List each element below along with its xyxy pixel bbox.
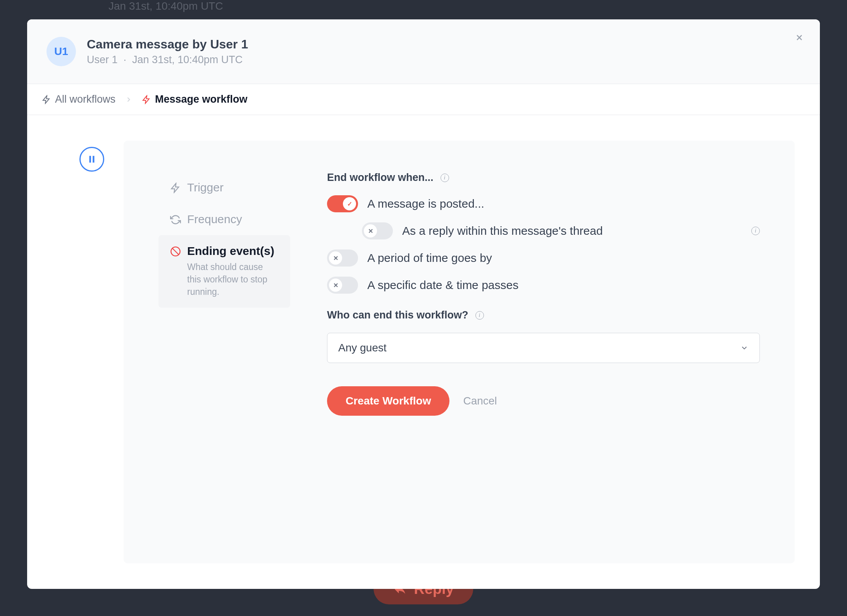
background-content: Jan 31st, 10:40pm UTC — [0, 0, 847, 12]
nav-trigger[interactable]: Trigger — [158, 172, 290, 203]
lightning-icon — [42, 95, 51, 104]
svg-rect-0 — [90, 156, 91, 162]
toggle-knob-x: ✕ — [329, 279, 342, 292]
lightning-icon — [170, 182, 181, 193]
modal-body: Trigger Frequency Ending event(s) What s… — [27, 115, 820, 589]
modal-header: U1 Camera message by User 1 User 1 · Jan… — [27, 19, 820, 84]
refresh-icon — [170, 214, 181, 225]
toggle-knob-x: ✕ — [364, 224, 377, 237]
pause-indicator[interactable] — [79, 147, 104, 172]
option-message-posted-label: A message is posted... — [367, 197, 760, 210]
close-button[interactable] — [791, 29, 807, 46]
option-period-time: ✕ A period of time goes by — [327, 249, 760, 267]
cancel-button[interactable]: Cancel — [463, 395, 497, 407]
option-reply-thread: ✕ As a reply within this message's threa… — [362, 222, 760, 239]
header-meta: User 1 · Jan 31st, 10:40pm UTC — [87, 54, 248, 66]
who-can-end-section: Who can end this workflow? i Any guest — [327, 309, 760, 363]
toggle-message-posted[interactable]: ✓ — [327, 195, 358, 212]
breadcrumb-all-label: All workflows — [55, 93, 115, 105]
breadcrumb-current: Message workflow — [142, 93, 248, 105]
breadcrumb-all-workflows[interactable]: All workflows — [42, 93, 115, 105]
nav-trigger-label: Trigger — [187, 181, 224, 194]
toggle-knob-checkmark: ✓ — [343, 197, 356, 210]
lightning-icon — [142, 95, 151, 104]
main-area: End workflow when... i ✓ A message is po… — [306, 172, 760, 532]
who-can-end-label: Who can end this workflow? — [327, 309, 468, 321]
header-user: User 1 — [87, 54, 118, 65]
who-can-end-selected: Any guest — [338, 342, 387, 354]
breadcrumb: All workflows Message workflow — [27, 84, 820, 115]
nav-ending-desc: What should cause this workflow to stop … — [187, 261, 279, 298]
nav-frequency-label: Frequency — [187, 213, 242, 226]
toggle-specific-date[interactable]: ✕ — [327, 277, 358, 294]
bg-timestamp: Jan 31st, 10:40pm UTC — [108, 0, 777, 12]
who-can-end-heading: Who can end this workflow? i — [327, 309, 760, 321]
option-message-posted: ✓ A message is posted... — [327, 195, 760, 212]
header-text: Camera message by User 1 User 1 · Jan 31… — [87, 37, 248, 66]
prohibit-icon — [170, 246, 181, 257]
avatar: U1 — [46, 37, 76, 66]
option-specific-date: ✕ A specific date & time passes — [327, 277, 760, 294]
sidebar-nav: Trigger Frequency Ending event(s) What s… — [158, 172, 290, 532]
content-card: Trigger Frequency Ending event(s) What s… — [124, 141, 795, 563]
option-specific-date-label: A specific date & time passes — [367, 279, 760, 292]
header-timestamp: Jan 31st, 10:40pm UTC — [132, 54, 243, 65]
svg-rect-1 — [93, 156, 94, 162]
side-indicator — [79, 141, 104, 563]
create-workflow-button[interactable]: Create Workflow — [327, 386, 449, 416]
close-icon — [795, 33, 804, 42]
svg-line-3 — [172, 248, 179, 255]
nav-frequency[interactable]: Frequency — [158, 203, 290, 235]
actions: Create Workflow Cancel — [327, 386, 760, 416]
option-period-time-label: A period of time goes by — [367, 251, 760, 265]
chevron-down-icon — [740, 344, 749, 352]
info-icon[interactable]: i — [441, 174, 449, 182]
modal-title: Camera message by User 1 — [87, 37, 248, 52]
header-separator: · — [124, 54, 127, 65]
chevron-right-icon — [125, 96, 133, 103]
who-can-end-select[interactable]: Any guest — [327, 333, 760, 363]
nav-ending-label: Ending event(s) — [187, 244, 279, 258]
toggle-reply-thread[interactable]: ✕ — [362, 222, 393, 239]
info-icon[interactable]: i — [475, 311, 484, 320]
end-when-label: End workflow when... — [327, 172, 434, 184]
toggle-period-time[interactable]: ✕ — [327, 249, 358, 267]
pause-icon — [87, 154, 97, 164]
workflow-modal: U1 Camera message by User 1 User 1 · Jan… — [27, 19, 820, 589]
info-icon[interactable]: i — [751, 227, 760, 235]
toggle-knob-x: ✕ — [329, 251, 342, 265]
nav-ending-events[interactable]: Ending event(s) What should cause this w… — [158, 235, 290, 308]
end-when-section: End workflow when... i — [327, 172, 760, 184]
option-reply-thread-label: As a reply within this message's thread — [402, 224, 742, 237]
breadcrumb-current-label: Message workflow — [155, 93, 248, 105]
